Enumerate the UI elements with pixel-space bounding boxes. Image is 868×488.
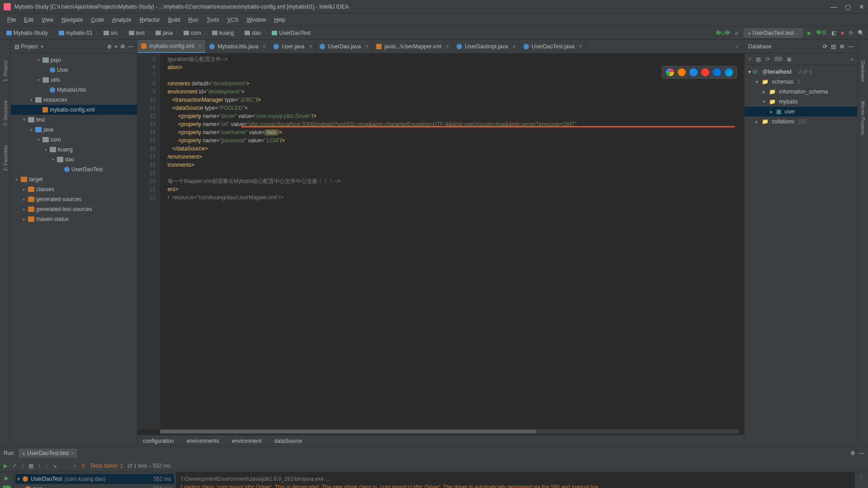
nav-back-icon[interactable]: ↙ [735, 30, 739, 36]
rt-down-icon[interactable]: ↓ [45, 463, 48, 469]
left-tab[interactable]: 1: Project [2, 58, 9, 84]
safari-icon[interactable] [689, 68, 698, 76]
code-line[interactable]: /environment> [160, 153, 744, 161]
breadcrumb-item[interactable]: src [101, 30, 121, 36]
debug-button[interactable]: �桊 [816, 29, 827, 37]
db-console-icon[interactable]: ⌨ [774, 56, 782, 62]
rt-sort-icon[interactable]: ↕ [21, 463, 24, 469]
code-line[interactable]: r resource="com/kuang/dao/UserMapper.xml… [160, 193, 744, 202]
hide-icon[interactable]: — [128, 43, 133, 50]
code-line[interactable]: <property name="url" value="jdbc:mysql:/… [160, 120, 744, 128]
tree-node[interactable]: UserDaoTest [11, 164, 137, 174]
right-tab[interactable]: Maven Projects [859, 98, 867, 138]
test-row[interactable]: ▾UserDaoTest (com.kuang.dao)552 ms [15, 474, 174, 484]
code-line[interactable]: iguration核心配置文件--> [160, 55, 744, 63]
tree-node[interactable]: ▸target [11, 174, 137, 184]
db-refresh-icon[interactable]: ⟳ [823, 43, 827, 50]
tree-node[interactable]: ▾test [11, 115, 137, 125]
analysis-ok-icon[interactable]: ✓ [731, 40, 744, 53]
tree-node[interactable]: mybatis-config.xml [11, 105, 137, 115]
collapse-icon[interactable]: ⊕ [107, 43, 112, 50]
run-tab-close[interactable]: × [71, 450, 74, 456]
editor-tab[interactable]: UserDaoImpl.java× [453, 40, 519, 53]
menu-window[interactable]: Window [243, 15, 269, 25]
menu-vcs[interactable]: VCS [224, 15, 242, 25]
close-button[interactable]: ✕ [859, 3, 864, 10]
tab-close-icon[interactable]: × [365, 43, 368, 50]
menu-edit[interactable]: Edit [20, 15, 37, 25]
search-button[interactable]: 🔍 [858, 30, 864, 36]
sync-button[interactable]: ⟳ [849, 30, 853, 36]
project-view-title[interactable]: ▤ Project [14, 43, 38, 50]
maximize-button[interactable]: ▢ [845, 3, 851, 10]
rt-history-icon[interactable]: » [73, 463, 76, 469]
code-line[interactable]: <property name="driver" value="com.mysql… [160, 112, 744, 120]
tab-close-icon[interactable]: × [309, 43, 312, 50]
firefox-icon[interactable] [678, 68, 686, 76]
database-tree[interactable]: ▾⛁ @localhost 2 of 5 ▾📁 schemas2▸📁 infor… [745, 65, 857, 446]
tree-node[interactable]: MybatisUtils [11, 85, 137, 95]
tab-close-icon[interactable]: × [446, 43, 449, 50]
menu-help[interactable]: Help [270, 15, 289, 25]
editor-tab[interactable]: java\...\UserMapper.xml× [373, 40, 453, 53]
db-settings-icon[interactable] [840, 43, 844, 50]
left-tab[interactable]: 7: Structure [2, 98, 9, 129]
rt-up-icon[interactable]: ↑ [38, 463, 41, 469]
locate-icon[interactable]: ⌖ [114, 43, 118, 50]
code-line[interactable]: <property name="password" value="1234"/> [160, 136, 744, 145]
db-node[interactable]: ▾📁 mybatis [745, 97, 857, 107]
run-button[interactable]: ▶ [807, 30, 811, 36]
editor-tab[interactable]: User.java× [270, 40, 316, 53]
settings-icon[interactable] [120, 43, 125, 50]
tree-node[interactable]: ▾pojo [11, 55, 137, 65]
code-area[interactable]: iguration核心配置文件--> ation> ronments defau… [160, 53, 744, 429]
struct-crumb[interactable]: dataSource [274, 438, 302, 444]
rt-ok-icon[interactable]: ✓ [12, 463, 17, 469]
tree-node[interactable]: ▾kuang [11, 145, 137, 155]
tab-close-icon[interactable]: × [263, 43, 266, 50]
console-line[interactable]: I:\DevelopmentEnvironment\Java\jdk1.8.0_… [181, 475, 850, 483]
menu-build[interactable]: Build [165, 15, 184, 25]
code-line[interactable]: ironments> [160, 161, 744, 169]
right-tab[interactable]: Database [859, 58, 867, 84]
editor-tab[interactable]: UserDao.java× [316, 40, 373, 53]
code-line[interactable]: ronments default="development"> [160, 80, 744, 88]
tab-close-icon[interactable]: × [198, 43, 202, 49]
code-line[interactable]: <property name="username" value= root /> [160, 128, 744, 136]
tab-close-icon[interactable]: × [579, 43, 582, 50]
breadcrumb-item[interactable]: dao [242, 30, 264, 36]
db-sync-icon[interactable]: ▦ [756, 56, 761, 62]
code-line[interactable]: </dataSource> [160, 145, 744, 153]
menu-view[interactable]: View [38, 15, 57, 25]
code-line[interactable]: ation> [160, 63, 744, 71]
code-line[interactable]: environment id="development"> [160, 88, 744, 96]
tab-close-icon[interactable]: × [513, 43, 516, 50]
breadcrumb-item[interactable]: test [126, 30, 147, 36]
menu-run[interactable]: Run [185, 15, 202, 25]
tree-node[interactable]: User [11, 65, 137, 75]
editor-tab[interactable]: UserDaoTest.java× [520, 40, 586, 53]
menu-navigate[interactable]: Navigate [58, 15, 86, 25]
breadcrumb-item[interactable]: Mybatis-Study [4, 30, 51, 36]
db-node[interactable]: ▸📁 information_schema [745, 87, 857, 97]
scroll-up-icon[interactable]: ↑ [860, 474, 863, 480]
chrome-icon[interactable] [666, 68, 674, 76]
struct-crumb[interactable]: configuration [143, 438, 174, 444]
menu-code[interactable]: Code [87, 15, 108, 25]
db-more-icon[interactable]: » [850, 56, 854, 62]
breadcrumb-item[interactable]: java [153, 30, 175, 36]
db-node[interactable]: ▸▦ user [745, 107, 857, 117]
db-stop-icon[interactable]: ⟳ [765, 56, 770, 62]
code-line[interactable]: 每一个Mapper.xml都需要在Mybatis核心配置中心文件中心注册！！！-… [160, 177, 744, 185]
db-node[interactable]: ▾📁 schemas2 [745, 77, 857, 87]
rt-expand-icon[interactable]: ▦ [28, 463, 33, 469]
structure-breadcrumb[interactable]: configuration〉environments〉environment〉d… [137, 435, 744, 446]
menu-tools[interactable]: Tools [203, 15, 223, 25]
breadcrumb-item[interactable]: mybatis-01 [56, 30, 95, 36]
ie-icon[interactable] [713, 68, 721, 76]
tree-node[interactable]: ▾utils [11, 75, 137, 85]
tree-node[interactable]: ▾dao [11, 155, 137, 164]
tree-node[interactable]: ▾com [11, 135, 137, 145]
left-tab[interactable]: 2: Favorites [2, 142, 9, 174]
code-line[interactable]: <transactionManager type="JDBC"/> [160, 96, 744, 104]
